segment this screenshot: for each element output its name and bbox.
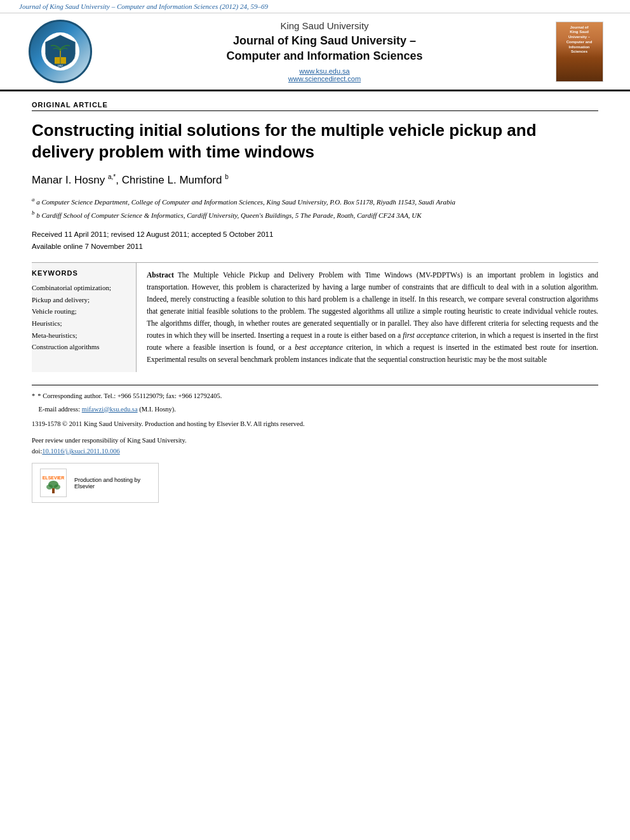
journal-name: Journal of King Saud University – Comput… — [114, 34, 535, 63]
journal-bar: Journal of King Saud University – Comput… — [0, 0, 630, 13]
svg-point-7 — [46, 484, 53, 490]
article-type-label: ORIGINAL ARTICLE — [32, 101, 598, 111]
doi-link[interactable]: 10.1016/j.jksuci.2011.10.006 — [42, 448, 119, 455]
journal-cover-image: Journal ofKing SaudUniversity –Computer … — [556, 22, 603, 82]
university-logo-left: 1957 — [19, 20, 102, 83]
header-links: www.ksu.edu.sa www.sciencedirect.com — [114, 67, 535, 83]
elsevier-text: Production and hosting by Elsevier — [74, 477, 151, 490]
copyright-block: 1319-1578 © 2011 King Saud University. P… — [32, 418, 598, 429]
abstract-text: AbstractThe Multiple Vehicle Pickup and … — [147, 269, 598, 366]
author-a-sup: a,* — [108, 173, 116, 180]
email-label — [32, 406, 37, 413]
keywords-list: Combinatorial optimization; Pickup and d… — [32, 282, 128, 353]
svg-point-8 — [54, 484, 60, 490]
article-dates: Received 11 April 2011; revised 12 Augus… — [32, 229, 598, 253]
list-item: Pickup and delivery; — [32, 294, 128, 306]
elsevier-section: ELSEVIER Production and hosting by Elsev… — [32, 463, 159, 503]
author-b-sup: b — [225, 173, 229, 180]
keywords-box: KEYWORDS Combinatorial optimization; Pic… — [32, 263, 137, 372]
kw-abstract-section: KEYWORDS Combinatorial optimization; Pic… — [32, 262, 598, 372]
ksu-link[interactable]: www.ksu.edu.sa — [299, 67, 349, 75]
journal-thumbnail: Journal ofKing SaudUniversity –Computer … — [547, 22, 611, 82]
abstract-label: Abstract — [147, 271, 174, 279]
list-item: Construction algorithms — [32, 341, 128, 353]
footnote-separator — [32, 385, 598, 385]
ksu-logo-circle: 1957 — [29, 20, 92, 83]
abstract-box: AbstractThe Multiple Vehicle Pickup and … — [137, 263, 598, 372]
sciencedirect-link[interactable]: www.sciencedirect.com — [288, 75, 361, 83]
elsevier-logo: ELSEVIER — [40, 469, 67, 497]
ksu-logo-inner: 1957 — [41, 32, 79, 70]
svg-text:ELSEVIER: ELSEVIER — [43, 476, 65, 480]
authors-line: Manar I. Hosny a,*, Christine L. Mumford… — [32, 173, 598, 187]
list-item: Vehicle routing; — [32, 305, 128, 317]
corresponding-author-note: * * Corresponding author. Tel.: +966 551… — [32, 390, 598, 401]
email-note: E-mail address: mifawzi@ksu.edu.sa (M.I.… — [32, 404, 598, 415]
list-item: Combinatorial optimization; — [32, 282, 128, 294]
peer-review-block: Peer review under responsibility of King… — [32, 435, 598, 457]
svg-rect-9 — [52, 488, 55, 493]
affiliations: a a Computer Science Department, College… — [32, 195, 598, 221]
email-link[interactable]: mifawzi@ksu.edu.sa — [82, 406, 138, 413]
paper-title: Constructing initial solutions for the m… — [32, 120, 598, 163]
list-item: Heuristics; — [32, 317, 128, 330]
keywords-title: KEYWORDS — [32, 269, 128, 277]
svg-text:1957: 1957 — [58, 65, 63, 67]
list-item: Meta-heuristics; — [32, 330, 128, 342]
where-text: where — [165, 343, 183, 351]
header-center: King Saud University Journal of King Sau… — [102, 20, 547, 83]
which-text: which — [385, 343, 403, 351]
header-section: 1957 King Saud University Journal of Kin… — [0, 13, 630, 91]
footer-notes: * * Corresponding author. Tel.: +966 551… — [32, 390, 598, 415]
journal-bar-text: Journal of King Saud University – Comput… — [19, 3, 268, 10]
university-name: King Saud University — [114, 20, 535, 31]
main-content: ORIGINAL ARTICLE Constructing initial so… — [0, 91, 630, 516]
